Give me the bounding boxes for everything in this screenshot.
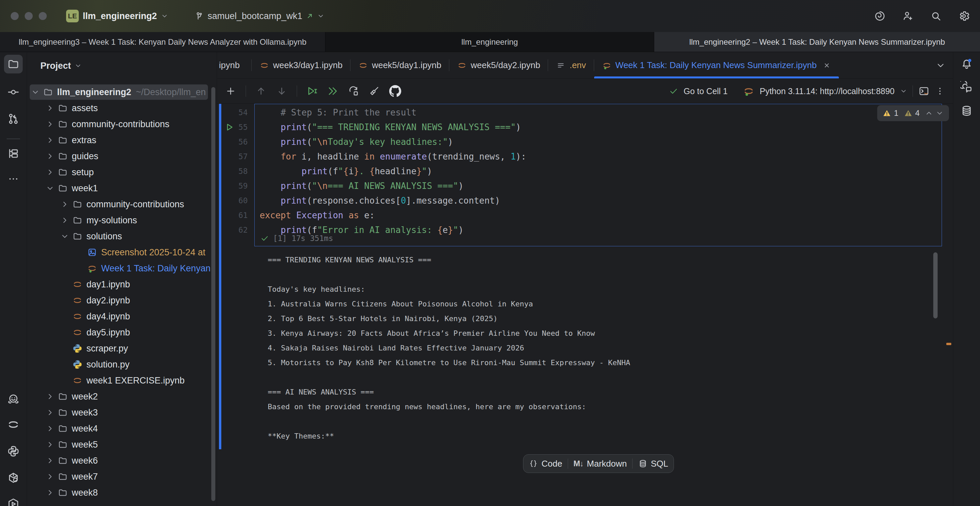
close-window-button[interactable] [11,12,19,20]
tree-item-week7[interactable]: week7 [27,469,216,485]
tree-item-env[interactable]: .env [27,501,216,506]
project-panel-header[interactable]: Project [27,52,216,80]
tree-item-week5[interactable]: week5 [27,437,216,453]
tree-item-day4-ipynb[interactable]: day4.ipynb [27,309,216,325]
tree-item-extras[interactable]: extras [27,132,216,148]
window-tab-llm-engineering[interactable]: llm_engineering [325,32,654,52]
tree-item-day2-ipynb[interactable]: day2.ipynb [27,293,216,309]
chevron-closed-icon[interactable] [59,199,71,209]
jupyter-toolwindow-button[interactable] [4,415,23,434]
tree-item-week3[interactable]: week3 [27,404,216,420]
code-editor[interactable]: # Step 5: Print the result print("=== TR… [260,105,526,237]
tree-item-llm-engineering2[interactable]: llm_engineering2~/Desktop/llm_en [27,84,216,100]
database-toolwindow-button[interactable] [957,102,976,120]
tree-item-setup[interactable]: setup [27,164,216,180]
search-everywhere-icon[interactable] [930,10,942,22]
editor-tab-week3-day1-ipynb[interactable]: week3/day1.ipynb [252,52,350,78]
editor-tab-ipynb[interactable]: ipynb [217,52,252,78]
add-markdown-cell-button[interactable]: M↓ Markdown [573,458,627,469]
kernel-selector[interactable]: Python 3.11.14: http://localhost:8890 [760,86,894,96]
jupyter-console-icon[interactable] [918,86,930,97]
tree-item-week6[interactable]: week6 [27,453,216,469]
pull-requests-toolwindow-button[interactable] [4,110,23,128]
tree-item-solutions[interactable]: solutions [27,228,216,244]
tree-item-solution-py[interactable]: solution.py [27,356,216,372]
move-cell-down-icon[interactable] [276,86,287,97]
chevron-closed-icon[interactable] [44,472,56,482]
code-line-58[interactable]: print(f"{i}. {headline}") [260,164,526,178]
add-sql-cell-button[interactable]: SQL [638,458,668,469]
ai-chat-toolwindow-button[interactable] [957,78,976,97]
settings-gear-icon[interactable] [958,10,970,22]
tree-item-my-solutions[interactable]: my-solutions [27,212,216,228]
add-cell-icon[interactable] [225,86,236,97]
zoom-window-button[interactable] [39,12,47,20]
next-problem-icon[interactable] [935,109,943,117]
chevron-closed-icon[interactable] [44,167,56,177]
services-toolwindow-button[interactable] [4,495,23,506]
project-widget[interactable]: LE llm_engineering2 [66,10,168,22]
project-toolwindow-button[interactable] [4,55,23,73]
code-line-59[interactable]: print("\n=== AI NEWS ANALYSIS ===") [260,178,526,193]
chevron-closed-icon[interactable] [44,423,56,434]
code-line-56[interactable]: print("\nToday's key headlines:") [260,135,526,149]
chevron-open-icon[interactable] [44,183,56,193]
chevron-closed-icon[interactable] [44,135,56,145]
chevron-closed-icon[interactable] [44,439,56,450]
ai-assistant-icon[interactable] [874,10,886,22]
chevron-closed-icon[interactable] [44,488,56,498]
window-tab-llm-engineering2-active[interactable]: llm_engineering2 – Week 1 Task: Daily Ke… [654,32,980,52]
chevron-open-icon[interactable] [29,87,42,97]
chevron-closed-icon[interactable] [44,391,56,401]
more-toolwindows-button[interactable] [4,170,23,188]
tree-item-community-contributions[interactable]: community-contributions [27,196,216,212]
tree-item-scraper-py[interactable]: scraper.py [27,341,216,356]
editor-tab-week5-day2-ipynb[interactable]: week5/day2.ipynb [449,52,548,78]
macos-traffic-lights[interactable] [11,12,47,20]
inspections-widget[interactable]: 1 4 [877,105,949,121]
editor-tab-week-1-task-daily-kenyan-news-summarizer-ipynb[interactable]: Week 1 Task: Daily Kenyan News Summarize… [594,52,839,78]
git-branch-widget[interactable]: samuel_bootcamp_wk1 [194,11,325,21]
output-scrollbar[interactable] [933,252,938,318]
tree-item-week4[interactable]: week4 [27,420,216,437]
prev-problem-icon[interactable] [925,109,933,117]
chevron-closed-icon[interactable] [44,151,56,161]
tree-item-community-contributions[interactable]: community-contributions [27,116,216,132]
gutter-run-icon[interactable] [225,122,235,132]
commit-toolwindow-button[interactable] [4,83,23,102]
code-line-61[interactable]: except Exception as e: [260,208,526,223]
code-line-54[interactable]: # Step 5: Print the result [260,105,526,120]
github-icon[interactable] [389,85,401,97]
kebab-menu-icon[interactable] [935,86,945,96]
notifications-button[interactable] [957,55,976,73]
tree-item-day1-ipynb[interactable]: day1.ipynb [27,276,216,293]
run-all-cells-icon[interactable] [327,86,339,97]
window-tab-llm-engineering3[interactable]: llm_engineering3 – Week 1 Task: Kenyan D… [0,32,325,52]
error-stripe-mark[interactable] [946,343,951,345]
tree-item-guides[interactable]: guides [27,148,216,164]
editor-tab-week5-day1-ipynb[interactable]: week5/day1.ipynb [350,52,449,78]
python-packages-button[interactable] [4,469,23,487]
code-line-60[interactable]: print(response.choices[0].message.conten… [260,193,526,208]
python-console-button[interactable] [4,442,23,461]
project-tree-scrollbar[interactable] [211,87,215,501]
close-icon[interactable] [823,61,831,69]
chevron-down-icon[interactable] [900,88,907,95]
tree-item-week-1-task-daily-kenyan[interactable]: Week 1 Task: Daily Kenyan [27,260,216,276]
tree-item-week1[interactable]: week1 [27,180,216,196]
hidden-tabs-chevron-icon[interactable] [935,60,946,70]
goto-cell-link[interactable]: Go to Cell 1 [684,86,728,96]
add-code-cell-button[interactable]: Code [529,458,562,469]
restart-kernel-icon[interactable] [348,86,359,97]
tree-item-screenshot-2025-10-24-at[interactable]: Screenshot 2025-10-24 at [27,244,216,260]
tree-item-assets[interactable]: assets [27,100,216,116]
chevron-closed-icon[interactable] [44,119,56,129]
move-cell-up-icon[interactable] [255,86,267,97]
code-with-me-icon[interactable] [902,10,914,22]
huggingface-toolwindow-button[interactable] [4,390,23,409]
tree-item-week1-exercise-ipynb[interactable]: week1 EXERCISE.ipynb [27,372,216,388]
chevron-closed-icon[interactable] [59,215,71,225]
minimize-window-button[interactable] [25,12,33,20]
tree-item-week2[interactable]: week2 [27,388,216,404]
chevron-closed-icon[interactable] [44,103,56,113]
